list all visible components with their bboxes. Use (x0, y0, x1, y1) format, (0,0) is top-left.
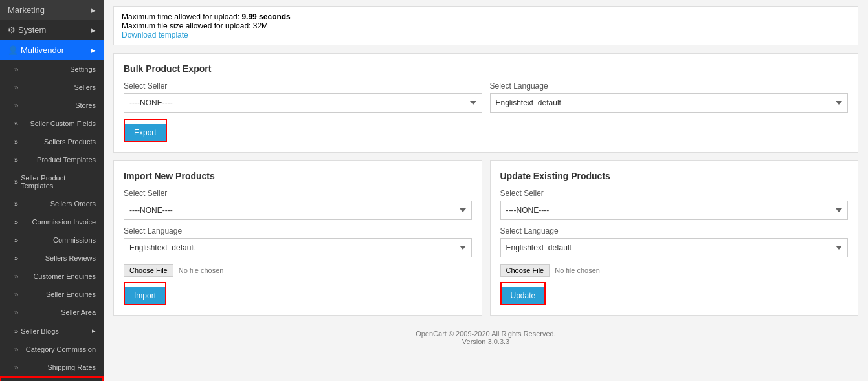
bulk-export-seller-select[interactable]: ----NONE---- (124, 93, 482, 113)
seller-area-label: Seller Area (61, 309, 96, 316)
sidebar-item-seller-area[interactable]: »Seller Area (0, 303, 104, 321)
max-size-info: Maximum file size allowed for upload: 32… (122, 21, 850, 30)
import-no-file-label: No file chosen (179, 267, 224, 274)
import-panel: Import New Products Select Seller ----NO… (113, 160, 482, 316)
info-bar: Maximum time allowed for upload: 9.99 se… (113, 6, 858, 45)
max-time-value: 9.99 seconds (241, 12, 290, 21)
sidebar-item-stores[interactable]: »Stores (0, 96, 104, 114)
seller-product-templates-label: Seller Product Templates (21, 174, 96, 190)
import-button[interactable]: Import (125, 287, 165, 304)
sidebar-item-sellers-orders[interactable]: »Sellers Orders (0, 195, 104, 213)
bulk-export-title: Bulk Product Export (124, 63, 848, 74)
sidebar-item-customer-enquiries[interactable]: »Customer Enquiries (0, 267, 104, 285)
import-file-row: Choose File No file chosen (124, 264, 472, 277)
sidebar-item-multivendor[interactable]: 👤 Multivendor ▸ (0, 40, 104, 60)
download-template-link[interactable]: Download template (122, 30, 188, 39)
sidebar-item-sellers[interactable]: »Sellers (0, 78, 104, 96)
sidebar-item-seller-custom-fields[interactable]: »Seller Custom Fields (0, 114, 104, 133)
import-update-row: Import New Products Select Seller ----NO… (113, 160, 858, 316)
sidebar-item-marketing[interactable]: Marketing ▸ (0, 0, 104, 20)
update-seller-group: Select Seller ----NONE---- (500, 189, 849, 220)
update-language-group: Select Language Englishtext_default (500, 226, 849, 257)
system-chevron: ▸ (91, 25, 96, 35)
update-title: Update Existing Products (500, 171, 849, 181)
category-commission-label: Category Commission (26, 345, 96, 353)
sidebar-item-seller-enquiries[interactable]: »Seller Enquiries (0, 285, 104, 303)
sidebar-item-commission-invoice[interactable]: »Commission Invoice (0, 213, 104, 231)
update-button-wrapper: Update (500, 282, 546, 305)
sidebar-item-commissions[interactable]: »Commissions (0, 231, 104, 249)
import-language-group: Select Language Englishtext_default (124, 226, 472, 257)
update-button[interactable]: Update (502, 287, 545, 304)
bulk-export-panel: Bulk Product Export Select Seller ----NO… (113, 53, 858, 153)
stores-label: Stores (75, 102, 96, 109)
import-seller-select[interactable]: ----NONE---- (124, 201, 472, 220)
update-choose-file-button[interactable]: Choose File (500, 264, 550, 277)
bulk-export-seller-label: Select Seller (124, 82, 482, 91)
sidebar-item-system[interactable]: ⚙ System ▸ (0, 20, 104, 40)
sidebar-item-sellers-reviews[interactable]: »Sellers Reviews (0, 249, 104, 267)
sidebar-item-category-commission[interactable]: »Category Commission (0, 340, 104, 358)
sidebar: Marketing ▸ ⚙ System ▸ 👤 Multivendor ▸ »… (0, 0, 104, 381)
update-file-row: Choose File No file chosen (500, 264, 849, 277)
product-templates-label: Product Templates (37, 156, 96, 164)
sellers-reviews-label: Sellers Reviews (45, 254, 96, 262)
export-button[interactable]: Export (125, 124, 166, 141)
sellers-orders-label: Sellers Orders (50, 200, 96, 208)
footer-line2: Version 3.0.3.3 (113, 338, 858, 345)
system-icon: ⚙ (8, 25, 16, 35)
seller-blogs-chevron: ▸ (92, 327, 96, 335)
max-time-info: Maximum time allowed for upload: 9.99 se… (122, 12, 850, 21)
footer-line1: OpenCart © 2009-2020 All Rights Reserved… (113, 330, 858, 338)
export-button-wrapper: Export (124, 119, 167, 142)
footer: OpenCart © 2009-2020 All Rights Reserved… (113, 323, 858, 352)
main-content: Maximum time allowed for upload: 9.99 se… (104, 0, 868, 381)
bulk-export-form-row: Select Seller ----NONE---- Select Langua… (124, 82, 848, 119)
import-title: Import New Products (124, 171, 472, 181)
seller-blogs-label: Seller Blogs (21, 327, 59, 335)
bulk-export-language-select[interactable]: Englishtext_default (490, 93, 849, 113)
sidebar-item-product-export-import[interactable]: »Product Export & Import (0, 376, 104, 381)
update-seller-label: Select Seller (500, 189, 849, 198)
update-language-select[interactable]: Englishtext_default (500, 238, 849, 257)
marketing-chevron: ▸ (91, 5, 96, 15)
bulk-export-language-group: Select Language Englishtext_default (490, 82, 849, 113)
sidebar-item-seller-product-templates[interactable]: »Seller Product Templates (0, 169, 104, 195)
sellers-label: Sellers (74, 83, 96, 91)
settings-label: Settings (70, 65, 96, 73)
sidebar-item-sellers-products[interactable]: »Sellers Products (0, 133, 104, 151)
sidebar-item-product-templates[interactable]: »Product Templates (0, 151, 104, 169)
update-no-file-label: No file chosen (555, 267, 600, 274)
bulk-export-seller-group: Select Seller ----NONE---- (124, 82, 482, 113)
import-language-select[interactable]: Englishtext_default (124, 238, 472, 257)
shipping-rates-label: Shipping Rates (47, 364, 96, 371)
import-choose-file-button[interactable]: Choose File (124, 264, 173, 277)
seller-custom-fields-label: Seller Custom Fields (30, 120, 96, 127)
bulk-export-language-label: Select Language (490, 82, 849, 91)
seller-enquiries-label: Seller Enquiries (46, 290, 96, 298)
system-label: System (18, 25, 46, 35)
max-size-value: 32M (253, 21, 268, 30)
sidebar-item-seller-blogs[interactable]: »Seller Blogs ▸ (0, 321, 104, 340)
import-language-label: Select Language (124, 226, 472, 235)
update-panel: Update Existing Products Select Seller -… (490, 160, 859, 316)
marketing-label: Marketing (8, 5, 45, 15)
multivendor-icon: 👤 (8, 45, 18, 55)
update-language-label: Select Language (500, 226, 849, 235)
import-button-wrapper: Import (124, 282, 166, 305)
commission-invoice-label: Commission Invoice (32, 218, 96, 226)
multivendor-label: Multivendor (21, 45, 64, 55)
commissions-label: Commissions (53, 236, 96, 244)
sidebar-item-shipping-rates[interactable]: »Shipping Rates (0, 358, 104, 376)
import-seller-label: Select Seller (124, 189, 472, 198)
update-seller-select[interactable]: ----NONE---- (500, 201, 849, 220)
sidebar-item-settings[interactable]: »Settings (0, 60, 104, 78)
customer-enquiries-label: Customer Enquiries (33, 272, 96, 280)
import-seller-group: Select Seller ----NONE---- (124, 189, 472, 220)
multivendor-chevron: ▸ (91, 45, 96, 55)
sellers-products-label: Sellers Products (44, 138, 96, 146)
